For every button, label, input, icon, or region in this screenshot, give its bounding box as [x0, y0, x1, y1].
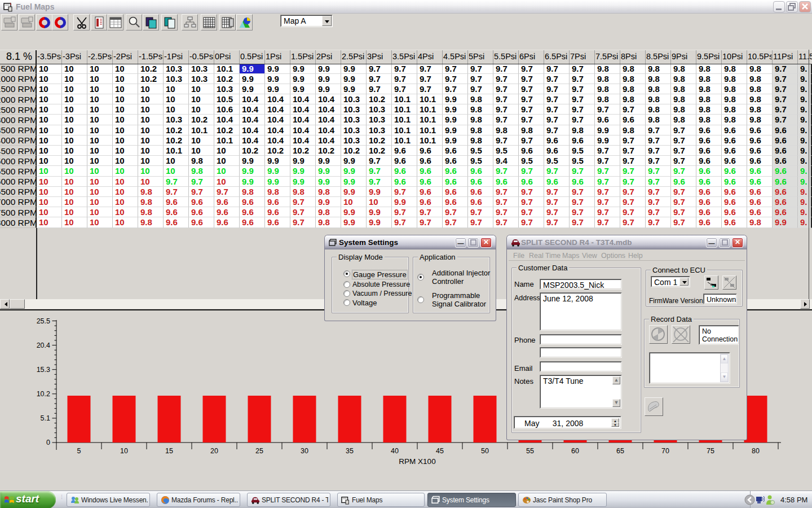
svg-text:5: 5 [77, 447, 81, 455]
svg-text:55: 55 [526, 447, 534, 455]
svg-text:25.5: 25.5 [37, 317, 50, 325]
svg-text:65: 65 [616, 447, 624, 455]
svg-text:20: 20 [210, 447, 218, 455]
svg-text:40: 40 [391, 447, 399, 455]
svg-text:5.1: 5.1 [41, 414, 50, 422]
svg-text:RPM X100: RPM X100 [399, 457, 435, 466]
svg-text:30: 30 [301, 447, 308, 455]
svg-text:70: 70 [661, 447, 669, 455]
svg-text:20.4: 20.4 [37, 341, 50, 349]
svg-text:10: 10 [120, 447, 128, 455]
svg-text:15.3: 15.3 [37, 366, 50, 374]
svg-text:80: 80 [752, 447, 760, 455]
svg-text:15: 15 [165, 447, 173, 455]
svg-text:10.2: 10.2 [37, 390, 50, 398]
svg-text:75: 75 [707, 447, 714, 455]
svg-text:35: 35 [346, 447, 354, 455]
svg-text:45: 45 [436, 447, 444, 455]
svg-text:25: 25 [255, 447, 263, 455]
svg-text:0: 0 [46, 439, 50, 446]
svg-text:60: 60 [571, 447, 579, 455]
svg-text:50: 50 [481, 447, 489, 455]
